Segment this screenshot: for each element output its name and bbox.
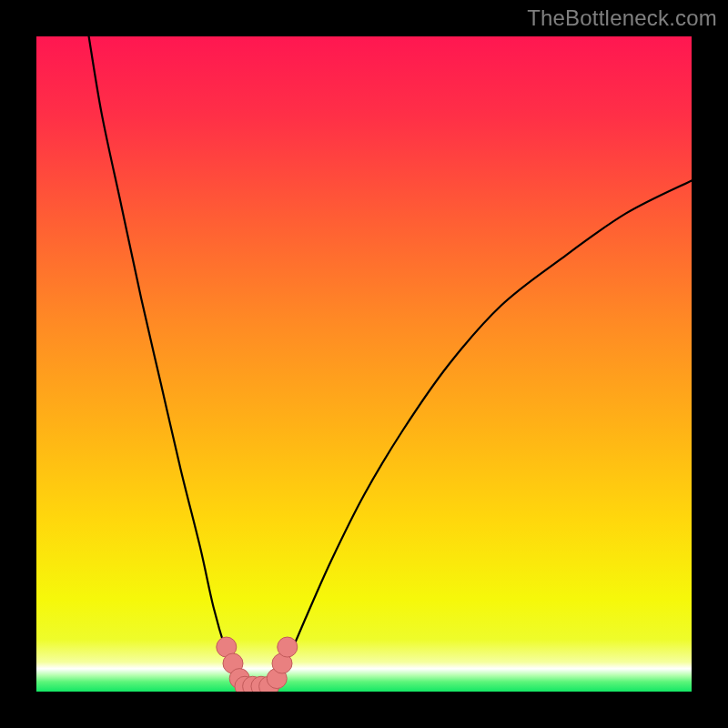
chart-frame: TheBottleneck.com: [0, 0, 728, 728]
plot-svg: [36, 36, 692, 692]
data-marker: [278, 637, 298, 657]
gradient-background: [36, 36, 692, 692]
plot-area: [36, 36, 692, 692]
watermark-text: TheBottleneck.com: [527, 5, 717, 31]
